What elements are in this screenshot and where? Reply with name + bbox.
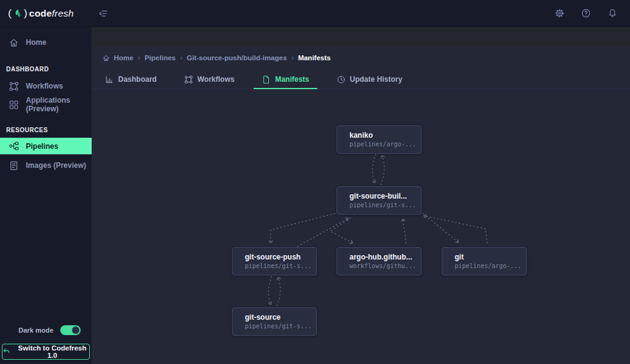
edge-push-to-source-down <box>268 276 272 304</box>
graph-node-argo-hub[interactable]: argo-hub.github... workflows/githu... <box>337 247 421 275</box>
graph-node-git-source-build[interactable]: git-source-buil... pipelines/git-s... <box>337 186 421 215</box>
tab-dashboard[interactable]: Dashboard <box>102 66 159 89</box>
notifications-icon[interactable] <box>607 8 618 18</box>
home-icon <box>9 38 19 48</box>
tab-label: Workflows <box>197 75 234 84</box>
tab-label: Manifests <box>275 75 309 84</box>
collapse-sidebar-icon <box>98 8 109 19</box>
sidebar-section-dashboard: DASHBOARD <box>0 66 92 73</box>
dark-mode-toggle[interactable] <box>60 325 81 335</box>
sidebar-item-applications[interactable]: Applications (Preview) <box>0 95 92 114</box>
edge-source-to-push-up <box>277 277 281 306</box>
node-title: kaniko <box>349 131 416 140</box>
sidebar-item-label: Workflows <box>26 82 63 90</box>
dark-mode-row: Dark mode <box>0 325 92 335</box>
sidebar-collapse-button[interactable] <box>98 8 109 19</box>
breadcrumb-home[interactable]: Home <box>102 54 134 62</box>
breadcrumb-current: Manifests <box>298 54 330 61</box>
node-title: git-source <box>245 313 311 322</box>
edge-argohub-to-build <box>403 219 406 243</box>
node-subtitle: pipelines/git-s... <box>245 322 311 330</box>
dashboard-chart-icon <box>105 75 114 84</box>
toggle-knob <box>72 326 79 334</box>
sidebar-item-label: Home <box>26 38 46 47</box>
sidebar-item-pipelines[interactable]: Pipelines <box>0 138 92 154</box>
node-title: git-source-push <box>245 253 311 262</box>
graph-node-git-source[interactable]: git-source pipelines/git-s... <box>232 307 317 336</box>
toolbar-band <box>92 27 630 47</box>
workflows-icon <box>184 75 193 84</box>
breadcrumb-pipeline-name[interactable]: Git-source-push/build-images <box>186 54 287 61</box>
tab-workflows[interactable]: Workflows <box>181 66 237 89</box>
settings-icon[interactable] <box>554 8 565 18</box>
pipelines-icon <box>9 141 19 151</box>
undo-icon <box>2 347 10 356</box>
sidebar-bottom: Dark mode Switch to Codefresh 1.0 <box>0 325 92 364</box>
logo-code: code <box>29 8 52 18</box>
node-subtitle: pipelines/git-s... <box>349 201 416 209</box>
edge-git-to-build <box>424 216 487 243</box>
main-content: Home › Pipelines › Git-source-push/build… <box>92 27 630 364</box>
tab-label: Dashboard <box>118 75 157 84</box>
edge-push-to-build <box>297 218 348 247</box>
edge-build-to-push <box>271 213 335 243</box>
sidebar-item-label: Pipelines <box>26 142 58 151</box>
top-navbar: ( ) codefresh <box>0 0 630 27</box>
switch-codefresh-button[interactable]: Switch to Codefresh 1.0 <box>2 344 90 360</box>
help-icon[interactable] <box>581 8 591 18</box>
edge-build-to-argohub <box>330 218 353 243</box>
graph-node-git-source-push[interactable]: git-source-push pipelines/git-s... <box>232 247 317 275</box>
tab-label: Update History <box>350 75 402 84</box>
history-clock-icon <box>337 75 346 84</box>
app-window: ( ) codefresh <box>0 0 630 364</box>
tab-update-history[interactable]: Update History <box>334 66 405 89</box>
breadcrumb-label: Home <box>114 54 134 61</box>
sidebar-item-workflows[interactable]: Workflows <box>0 77 92 95</box>
home-icon <box>102 54 110 62</box>
sidebar: Home DASHBOARD Workflows Applications (P… <box>0 27 92 364</box>
logo-paren-close: ) <box>24 7 28 20</box>
images-icon <box>9 160 19 171</box>
breadcrumb-pipelines[interactable]: Pipelines <box>145 54 176 61</box>
sidebar-item-home[interactable]: Home <box>0 32 92 53</box>
logo-paren-open: ( <box>8 7 12 20</box>
breadcrumb-separator: › <box>180 53 182 62</box>
manifest-graph: kaniko pipelines/argo-... git-source-bui… <box>92 89 630 364</box>
sidebar-section-resources: RESOURCES <box>0 127 92 133</box>
sidebar-item-label: Images (Preview) <box>26 161 86 170</box>
node-subtitle: workflows/githu... <box>349 262 416 270</box>
node-title: git-source-buil... <box>349 192 416 201</box>
graph-node-kaniko[interactable]: kaniko pipelines/argo-... <box>337 125 421 154</box>
workflows-icon <box>9 81 19 92</box>
node-subtitle: pipelines/argo-... <box>349 140 416 148</box>
edge-build-to-git <box>423 213 458 242</box>
sidebar-item-label: Applications (Preview) <box>26 96 92 113</box>
breadcrumb-separator: › <box>138 53 140 62</box>
logo-fresh: fresh <box>52 8 73 18</box>
tab-manifests[interactable]: Manifests <box>259 66 311 89</box>
breadcrumb-separator: › <box>291 53 293 62</box>
topbar-actions <box>554 8 618 18</box>
sidebar-item-images[interactable]: Images (Preview) <box>0 156 92 175</box>
manifest-file-icon <box>261 75 271 84</box>
codefresh-logo[interactable]: ( ) codefresh <box>0 7 92 20</box>
graph-node-git[interactable]: git pipelines/argo-... <box>442 247 527 275</box>
breadcrumb: Home › Pipelines › Git-source-push/build… <box>92 49 630 66</box>
edge-kaniko-up <box>381 156 385 185</box>
logo-wordmark: codefresh <box>29 8 73 19</box>
applications-icon <box>9 100 19 110</box>
node-title: argo-hub.github... <box>349 253 416 262</box>
node-subtitle: pipelines/git-s... <box>245 262 311 270</box>
dark-mode-label: Dark mode <box>18 326 54 334</box>
leaf-icon <box>12 8 23 19</box>
edge-build-to-kaniko-down <box>372 154 376 183</box>
tabs: Dashboard Workflows Manifests <box>92 66 630 89</box>
node-title: git <box>455 253 521 262</box>
switch-codefresh-label: Switch to Codefresh 1.0 <box>15 344 89 359</box>
node-subtitle: pipelines/argo-... <box>455 262 521 270</box>
